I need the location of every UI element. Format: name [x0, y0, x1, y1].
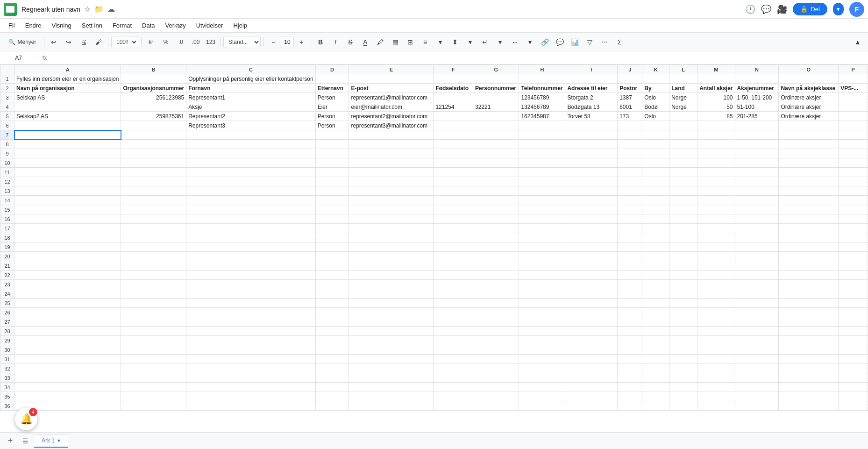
table-cell[interactable]	[642, 149, 669, 158]
table-cell[interactable]	[642, 140, 669, 149]
table-cell[interactable]	[349, 355, 434, 364]
table-cell[interactable]	[473, 168, 519, 177]
table-cell[interactable]: Representant2	[186, 112, 316, 121]
table-cell[interactable]	[669, 317, 697, 327]
row-header-22[interactable]: 22	[0, 271, 14, 280]
table-cell[interactable]	[669, 345, 697, 355]
table-cell[interactable]	[14, 149, 121, 158]
table-cell[interactable]	[186, 214, 316, 224]
table-cell[interactable]	[669, 261, 697, 271]
table-cell[interactable]: Oslo	[642, 112, 669, 121]
menu-format[interactable]: Format	[108, 21, 136, 30]
row-header-17[interactable]: 17	[0, 224, 14, 233]
table-cell[interactable]	[735, 383, 779, 392]
table-cell[interactable]	[315, 224, 349, 233]
table-cell[interactable]	[434, 392, 473, 401]
table-cell[interactable]	[349, 140, 434, 149]
table-cell[interactable]	[121, 280, 186, 289]
table-cell[interactable]	[434, 280, 473, 289]
table-cell[interactable]	[735, 158, 779, 168]
table-cell[interactable]	[434, 233, 473, 242]
table-cell[interactable]	[315, 261, 349, 271]
table-cell[interactable]	[669, 224, 697, 233]
row-header-21[interactable]: 21	[0, 261, 14, 271]
table-cell[interactable]: By	[642, 84, 669, 93]
col-header-I[interactable]: I	[565, 65, 618, 74]
table-cell[interactable]	[839, 158, 868, 168]
table-cell[interactable]: 173	[618, 112, 642, 121]
table-cell[interactable]	[669, 308, 697, 317]
table-cell[interactable]	[315, 242, 349, 252]
menu-endre[interactable]: Endre	[21, 21, 46, 30]
table-cell[interactable]	[735, 271, 779, 280]
table-cell[interactable]: Norge	[669, 102, 697, 112]
table-cell[interactable]	[121, 168, 186, 177]
table-cell[interactable]: Storgata 2	[565, 93, 618, 102]
table-cell[interactable]	[618, 196, 642, 205]
text-color-button[interactable]: A̲	[359, 36, 372, 49]
table-cell[interactable]	[121, 355, 186, 364]
table-cell[interactable]	[349, 177, 434, 186]
table-cell[interactable]	[315, 168, 349, 177]
row-header-7[interactable]: 7	[0, 130, 14, 140]
table-cell[interactable]	[779, 74, 839, 84]
table-cell[interactable]	[121, 205, 186, 214]
table-cell[interactable]	[697, 252, 735, 261]
table-cell[interactable]	[642, 261, 669, 271]
table-cell[interactable]	[315, 373, 349, 383]
table-cell[interactable]	[618, 280, 642, 289]
table-cell[interactable]	[669, 280, 697, 289]
table-cell[interactable]	[697, 317, 735, 327]
table-cell[interactable]	[434, 373, 473, 383]
table-cell[interactable]	[618, 149, 642, 158]
table-cell[interactable]: 50	[697, 102, 735, 112]
table-cell[interactable]	[565, 205, 618, 214]
table-cell[interactable]	[434, 364, 473, 373]
table-cell[interactable]	[669, 242, 697, 252]
table-cell[interactable]	[121, 252, 186, 261]
percent-button[interactable]: %	[159, 36, 172, 49]
table-cell[interactable]	[434, 327, 473, 336]
table-cell[interactable]	[434, 130, 473, 140]
table-cell[interactable]	[349, 74, 434, 84]
table-cell[interactable]	[473, 261, 519, 271]
strikethrough-button[interactable]: S	[344, 36, 357, 49]
table-cell[interactable]	[519, 205, 565, 214]
table-cell[interactable]	[473, 327, 519, 336]
chart-button[interactable]: 📊	[568, 36, 581, 49]
table-cell[interactable]	[473, 242, 519, 252]
table-cell[interactable]	[697, 158, 735, 168]
row-header-29[interactable]: 29	[0, 336, 14, 345]
table-cell[interactable]	[618, 383, 642, 392]
table-cell[interactable]	[473, 317, 519, 327]
table-cell[interactable]	[839, 336, 868, 345]
table-cell[interactable]	[519, 280, 565, 289]
table-cell[interactable]	[779, 177, 839, 186]
table-cell[interactable]	[669, 252, 697, 261]
table-cell[interactable]	[735, 252, 779, 261]
row-header-13[interactable]: 13	[0, 186, 14, 196]
col-header-J[interactable]: J	[618, 65, 642, 74]
table-cell[interactable]	[14, 383, 121, 392]
table-cell[interactable]	[434, 345, 473, 355]
table-cell[interactable]	[14, 355, 121, 364]
table-cell[interactable]	[642, 373, 669, 383]
row-header-16[interactable]: 16	[0, 214, 14, 224]
table-cell[interactable]	[565, 233, 618, 242]
table-cell[interactable]: Norge	[669, 93, 697, 102]
table-cell[interactable]	[519, 233, 565, 242]
table-cell[interactable]	[735, 140, 779, 149]
table-cell[interactable]	[434, 299, 473, 308]
table-cell[interactable]: 51-100	[735, 102, 779, 112]
table-cell[interactable]	[618, 373, 642, 383]
table-cell[interactable]	[779, 336, 839, 345]
table-cell[interactable]	[14, 336, 121, 345]
table-cell[interactable]	[473, 112, 519, 121]
table-cell[interactable]	[669, 364, 697, 373]
table-cell[interactable]	[735, 289, 779, 299]
table-cell[interactable]	[473, 289, 519, 299]
table-cell[interactable]	[669, 186, 697, 196]
undo-button[interactable]: ↩	[47, 36, 60, 49]
table-cell[interactable]	[839, 364, 868, 373]
table-cell[interactable]	[315, 392, 349, 401]
